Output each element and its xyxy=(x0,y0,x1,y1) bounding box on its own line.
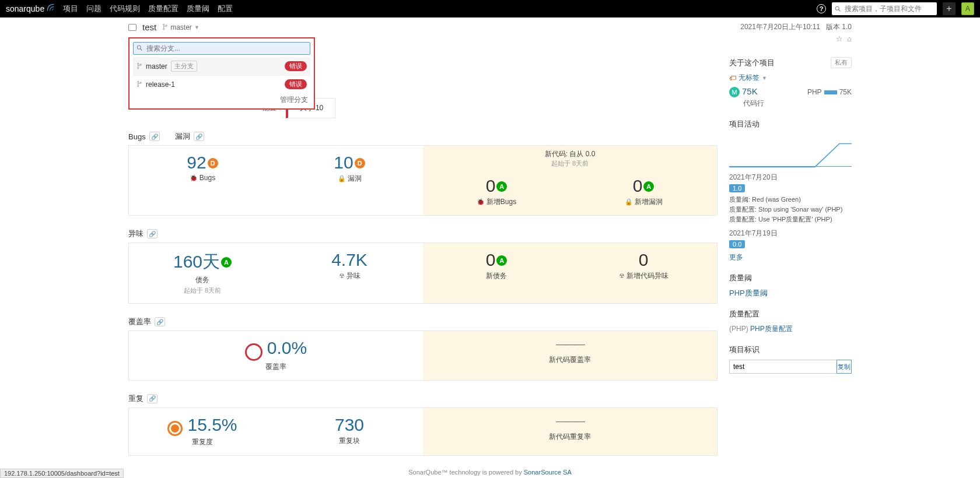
svg-point-7 xyxy=(138,63,139,64)
footer: SonarQube™ technology is powered by Sona… xyxy=(0,456,980,478)
lang-bar-icon xyxy=(824,90,837,94)
rating-badge: A xyxy=(496,181,507,192)
tags-dropdown[interactable]: 无标签▼ xyxy=(729,73,852,83)
metric-vuln[interactable]: 10 xyxy=(334,153,353,172)
nav-rules[interactable]: 代码规则 xyxy=(110,3,140,14)
nav-projects[interactable]: 项目 xyxy=(63,3,78,14)
create-button[interactable]: + xyxy=(943,2,956,15)
star-icon[interactable]: ☆ xyxy=(836,34,843,43)
rating-badge: A xyxy=(643,181,654,192)
metric-new-smells[interactable]: 0 xyxy=(639,250,649,269)
metric-new-coverage: ——— xyxy=(423,338,717,350)
branch-icon xyxy=(136,62,142,71)
version-tag: 0.0 xyxy=(729,240,745,248)
metric-new-vuln[interactable]: 0 xyxy=(633,176,643,195)
browser-status-bar: 192.178.1.250:10005/dashboard?id=test xyxy=(0,469,124,478)
version-tag: 1.0 xyxy=(729,184,745,192)
link-icon[interactable]: 🔗 xyxy=(147,229,158,238)
metric-new-dup: ——— xyxy=(423,415,717,427)
more-link[interactable]: 更多 xyxy=(729,252,743,262)
svg-point-3 xyxy=(163,28,164,29)
copy-button[interactable]: 复制 xyxy=(836,360,852,374)
rating-badge: D xyxy=(208,158,218,168)
svg-point-0 xyxy=(835,6,839,10)
branch-dropdown: master 主分支 错误 release-1 错误 管理分支 xyxy=(128,37,315,110)
metric-new-bugs[interactable]: 0 xyxy=(486,176,496,195)
activity-event: 2021年7月20日 1.0 质量阈: Red (was Green) 质量配置… xyxy=(729,173,852,224)
global-search[interactable] xyxy=(832,2,937,15)
metric-dup[interactable]: 15.5% xyxy=(187,415,237,434)
version-label: 版本 1.0 xyxy=(826,22,852,32)
section-title-vuln: 漏洞 xyxy=(175,131,190,142)
branch-item-release-1[interactable]: release-1 错误 xyxy=(133,75,310,93)
radioactive-icon: ☢ xyxy=(619,272,625,279)
project-key-input[interactable] xyxy=(729,360,852,374)
chevron-down-icon: ▼ xyxy=(194,24,200,30)
lock-icon: 🔒 xyxy=(338,175,346,182)
global-search-input[interactable] xyxy=(832,2,937,15)
branch-item-master[interactable]: master 主分支 错误 xyxy=(133,57,310,75)
status-badge: 错误 xyxy=(285,61,307,71)
rating-badge: D xyxy=(355,158,365,168)
link-icon[interactable]: 🔗 xyxy=(155,317,165,326)
sonarsource-link[interactable]: SonarSource SA xyxy=(524,469,572,476)
svg-point-2 xyxy=(163,24,164,25)
bug-icon: 🐞 xyxy=(477,198,485,205)
branch-selector[interactable]: master ▼ xyxy=(162,23,200,32)
quality-profile-heading: 质量配置 xyxy=(729,309,760,319)
activity-event: 2021年7月19日 0.0 xyxy=(729,229,852,250)
logo-arc-icon xyxy=(47,5,55,13)
svg-line-1 xyxy=(839,10,841,12)
status-badge: 错误 xyxy=(285,79,307,89)
link-icon[interactable]: 🔗 xyxy=(147,394,158,403)
project-key-heading: 项目标识 xyxy=(729,345,760,355)
project-title: test xyxy=(142,22,156,32)
metric-new-debt[interactable]: 0 xyxy=(486,250,496,269)
metric-coverage[interactable]: 0.0% xyxy=(267,338,307,357)
main-branch-tag: 主分支 xyxy=(171,61,197,72)
duplication-donut-icon xyxy=(167,421,183,436)
size-badge-icon: M xyxy=(729,87,740,97)
svg-point-5 xyxy=(137,45,141,49)
svg-line-6 xyxy=(141,49,142,51)
section-title-smell: 异味 xyxy=(128,229,144,239)
home-icon[interactable]: ⌂ xyxy=(847,34,852,43)
about-project-heading: 关于这个项目 xyxy=(729,58,775,68)
metric-bugs[interactable]: 92 xyxy=(187,153,206,172)
help-icon[interactable]: ? xyxy=(817,4,826,13)
svg-point-8 xyxy=(138,67,139,68)
analysis-timestamp: 2021年7月20日上午10:11 xyxy=(740,22,820,32)
manage-branches-link[interactable]: 管理分支 xyxy=(280,96,308,104)
nav-admin[interactable]: 配置 xyxy=(218,3,233,14)
metric-debt[interactable]: 160天 xyxy=(173,252,220,271)
user-avatar[interactable]: A xyxy=(961,2,974,15)
lock-icon: 🔒 xyxy=(625,198,633,205)
quality-gate-heading: 质量阈 xyxy=(729,273,752,283)
branch-icon xyxy=(136,80,142,89)
loc-value[interactable]: 75K xyxy=(742,86,758,96)
quality-profile-link[interactable]: PHP质量配置 xyxy=(750,325,793,333)
rating-badge: A xyxy=(221,257,232,268)
metric-smells[interactable]: 4.7K xyxy=(331,250,368,269)
loc-label: 代码行 xyxy=(743,99,852,108)
section-title-bugs: Bugs xyxy=(128,132,146,141)
activity-chart[interactable] xyxy=(729,138,852,167)
nav-profiles[interactable]: 质量配置 xyxy=(148,3,178,14)
nav-issues[interactable]: 问题 xyxy=(86,3,102,14)
activity-heading: 项目活动 xyxy=(729,119,760,129)
svg-point-11 xyxy=(138,85,139,86)
branch-icon xyxy=(162,23,168,32)
rating-badge: A xyxy=(496,255,507,266)
metric-dup-blocks[interactable]: 730 xyxy=(335,415,364,434)
project-icon xyxy=(128,24,136,31)
svg-point-10 xyxy=(138,81,139,82)
link-icon[interactable]: 🔗 xyxy=(149,132,160,141)
coverage-donut-icon xyxy=(245,343,262,361)
branch-search-input[interactable] xyxy=(133,42,310,55)
nav-gates[interactable]: 质量阈 xyxy=(187,3,209,14)
logo[interactable]: sonarqube xyxy=(6,4,55,13)
link-icon[interactable]: 🔗 xyxy=(194,132,204,141)
branch-name: master xyxy=(170,23,192,31)
section-title-dup: 重复 xyxy=(128,393,144,404)
quality-gate-link[interactable]: PHP质量阈 xyxy=(729,289,768,297)
